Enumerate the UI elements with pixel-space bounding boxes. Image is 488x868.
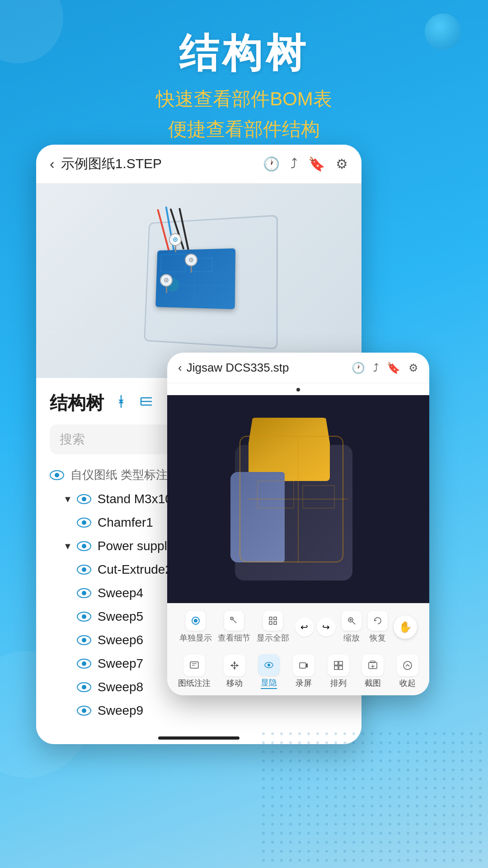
pin-marker-3[interactable]	[158, 274, 174, 294]
settings-icon[interactable]: ⚙	[336, 156, 348, 172]
jigsaw-3d-view[interactable]	[167, 395, 429, 603]
arrange-label: 排列	[330, 678, 347, 689]
show-all-icon	[263, 611, 283, 631]
visibility-icon[interactable]	[77, 565, 91, 575]
list-view-button[interactable]	[138, 393, 155, 413]
pin-circle-1	[169, 233, 182, 246]
overlay-back-button[interactable]: ‹	[178, 361, 182, 375]
pin-marker-1[interactable]	[167, 233, 183, 253]
visibility-icon[interactable]	[77, 706, 91, 716]
detail-view-button[interactable]: 查看细节	[218, 611, 250, 643]
bookmark-icon[interactable]: 🔖	[308, 156, 325, 172]
move-icon	[224, 655, 245, 676]
pcb-scene	[113, 204, 285, 358]
pin-tail-1	[175, 246, 176, 252]
item-label: Cut-Extrude2	[98, 562, 172, 577]
svg-rect-29	[274, 622, 277, 624]
back-button[interactable]: ‹	[50, 156, 55, 172]
item-label: Chamfer1	[98, 515, 153, 530]
svg-rect-20	[303, 486, 334, 508]
3d-preview[interactable]	[36, 184, 361, 378]
item-label: Sweep8	[98, 680, 143, 694]
svg-marker-14	[118, 401, 124, 403]
pin-tail-3	[166, 287, 167, 293]
overlay-share-icon[interactable]: ⤴	[373, 362, 379, 374]
svg-marker-38	[233, 667, 236, 670]
svg-rect-26	[269, 617, 272, 620]
pin-marker-2[interactable]	[183, 254, 199, 274]
expand-arrow-icon[interactable]: ▼	[63, 494, 72, 505]
subtitle-line2: 便捷查看部件结构	[0, 114, 488, 144]
collapse-tool[interactable]: 收起	[397, 655, 418, 689]
screenshot-tool[interactable]: 截图	[362, 655, 384, 689]
expand-arrow-icon[interactable]: ▼	[63, 541, 72, 552]
zoom-button[interactable]: 缩放	[342, 611, 361, 643]
record-tool[interactable]: 录屏	[293, 655, 314, 689]
svg-rect-0	[161, 254, 186, 272]
overlay-settings-icon[interactable]: ⚙	[408, 362, 418, 374]
visibility-icon[interactable]	[77, 659, 91, 669]
record-icon	[293, 655, 314, 676]
overlay-toolbar-bottom: 图纸注注 移动 显隐 录屏 排列	[167, 651, 429, 695]
visibility-icon[interactable]	[50, 470, 64, 480]
visibility-tool[interactable]: 显隐	[258, 654, 280, 689]
home-indicator	[158, 736, 239, 740]
overlay-icon-group: 🕐 ⤴ 🔖 ⚙	[352, 362, 418, 374]
svg-rect-43	[300, 663, 306, 668]
isolate-icon	[186, 611, 206, 631]
visibility-icon[interactable]	[77, 588, 91, 598]
visibility-icon[interactable]	[77, 541, 91, 551]
visibility-tool-icon	[258, 654, 280, 676]
visibility-icon[interactable]	[77, 635, 91, 645]
svg-rect-50	[371, 661, 375, 663]
visibility-icon[interactable]	[77, 518, 91, 528]
restore-button[interactable]: 恢复	[368, 611, 388, 643]
overlay-toolbar-top: 单独显示 查看细节 显示全部 ↩ ↪	[167, 603, 429, 651]
share-icon[interactable]: ⤴	[291, 156, 297, 172]
isolate-button[interactable]: 单独显示	[179, 611, 212, 643]
pin-circle-3	[160, 274, 173, 287]
overlay-history-icon[interactable]: 🕐	[352, 362, 365, 374]
decorative-orb	[425, 14, 461, 50]
svg-point-10	[166, 280, 167, 281]
expand-all-button[interactable]	[113, 393, 129, 413]
redo-button[interactable]: ↪	[317, 618, 336, 637]
history-icon[interactable]: 🕐	[263, 156, 280, 172]
overlay-file-name: Jigsaw DCS335.stp	[187, 361, 352, 375]
subtitle: 快速查看部件BOM表 便捷查看部件结构	[0, 84, 488, 144]
item-label: Sweep7	[98, 656, 143, 671]
visibility-icon[interactable]	[77, 682, 91, 692]
annotation-label: 图纸注注	[178, 678, 211, 689]
top-icon-group: 🕐 ⤴ 🔖 ⚙	[263, 156, 348, 172]
isolate-label: 单独显示	[179, 632, 212, 643]
jigsaw-model	[230, 418, 366, 580]
arrange-icon	[328, 655, 349, 676]
item-label: Sweep5	[98, 609, 143, 624]
svg-rect-47	[334, 666, 338, 670]
annotation-tool[interactable]: 图纸注注	[178, 655, 211, 689]
overlay-bookmark-icon[interactable]: 🔖	[387, 362, 400, 374]
svg-rect-55	[262, 732, 488, 868]
detail-label: 查看细节	[218, 632, 250, 643]
svg-point-42	[267, 664, 270, 666]
move-tool[interactable]: 移动	[224, 655, 245, 689]
svg-marker-39	[230, 664, 233, 667]
restore-icon	[368, 611, 388, 631]
arrange-tool[interactable]: 排列	[328, 655, 349, 689]
list-item[interactable]: Sweep9	[50, 699, 348, 722]
zoom-label: 缩放	[343, 632, 360, 643]
dot-pattern-decoration	[262, 732, 488, 868]
item-label: Stand M3x10	[98, 492, 172, 506]
svg-line-25	[233, 620, 236, 623]
hand-mode-button[interactable]: ✋	[394, 615, 417, 639]
top-bar: ‹ 示例图纸1.STEP 🕐 ⤴ 🔖 ⚙	[36, 145, 361, 184]
search-placeholder-text: 搜索	[60, 431, 85, 448]
visibility-icon[interactable]	[77, 494, 91, 504]
subtitle-line1: 快速查看部件BOM表	[0, 84, 488, 114]
visibility-icon[interactable]	[77, 612, 91, 622]
undo-button[interactable]: ↩	[295, 618, 314, 637]
overlay-camera-indicator	[296, 388, 300, 392]
show-all-button[interactable]: 显示全部	[257, 611, 289, 643]
pin-tail-2	[191, 266, 192, 273]
svg-rect-45	[334, 661, 338, 665]
